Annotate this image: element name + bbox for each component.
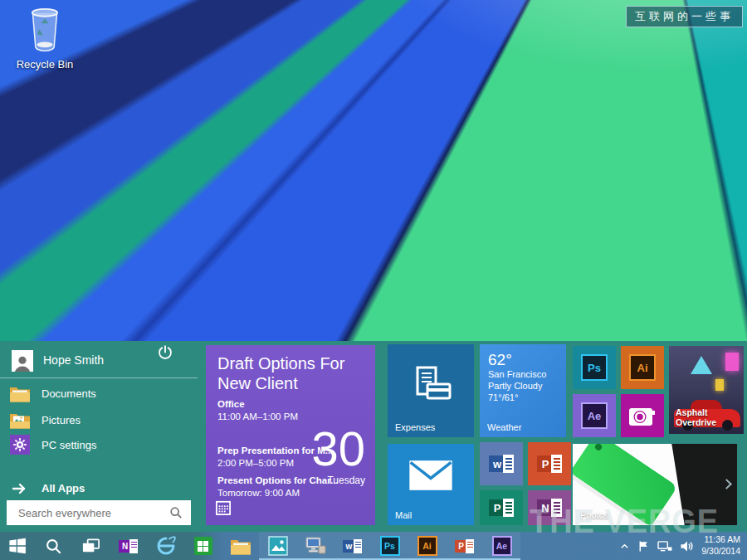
taskbar-powerpoint-button[interactable]: P <box>446 532 483 560</box>
tile-camera[interactable] <box>621 394 664 437</box>
illustrator-icon: Ai <box>629 354 656 381</box>
pictures-folder-icon <box>8 410 32 430</box>
photoshop-icon: Ps <box>581 354 608 381</box>
powerpoint-icon: P <box>537 455 562 473</box>
publisher-icon: P <box>489 499 514 517</box>
clock-date: 9/30/2014 <box>701 546 740 558</box>
taskbar-file-explorer-button[interactable] <box>222 532 259 560</box>
gear-icon <box>8 435 32 455</box>
user-avatar-icon <box>12 350 33 372</box>
date-day: Tuesday <box>311 475 365 486</box>
volume-icon[interactable] <box>680 540 694 553</box>
windows-logo-icon <box>8 537 27 555</box>
tile-label: Mail <box>395 510 412 520</box>
photos-app-icon <box>268 536 288 556</box>
search-icon <box>45 538 62 555</box>
tile-photos[interactable]: Photos <box>573 444 737 525</box>
tile-weather[interactable]: 62° San Francisco Partly Cloudy 71°/61° … <box>480 344 566 437</box>
all-apps-label: All Apps <box>42 482 85 494</box>
menu-item-pc-settings[interactable]: PC settings <box>7 434 189 457</box>
phone-camera-lens <box>594 444 603 451</box>
menu-item-pictures[interactable]: Pictures <box>7 409 189 432</box>
menu-item-label: Pictures <box>42 414 81 426</box>
neon-triangle-decor <box>691 356 712 374</box>
tile-powerpoint[interactable]: P <box>528 442 571 485</box>
store-icon <box>194 537 212 555</box>
start-button[interactable] <box>0 532 35 560</box>
neon-lamp-decor <box>715 379 724 391</box>
onenote-icon: N <box>537 499 562 517</box>
tile-asphalt-overdrive[interactable]: Asphalt Overdrive <box>669 346 744 434</box>
folder-icon <box>230 538 251 555</box>
desktop-screen: Recycle Bin 互联网的一些事 Hope Smith <box>0 0 747 560</box>
tile-label: Weather <box>487 422 521 432</box>
power-button[interactable] <box>156 343 174 362</box>
start-menu: Hope Smith Documents <box>0 341 747 532</box>
search-input[interactable] <box>7 507 169 519</box>
tile-label: Asphalt Overdrive <box>676 407 734 427</box>
menu-item-label: Documents <box>42 387 96 400</box>
event-time: Tomorrow: 9:00 AM <box>217 488 300 498</box>
aftereffects-icon: Ae <box>581 402 608 429</box>
tile-label: Expenses <box>395 422 435 432</box>
menu-divider <box>0 377 198 378</box>
taskbar-illustrator-button[interactable]: Ai <box>408 532 446 560</box>
search-box[interactable] <box>7 500 191 525</box>
date-number: 30 <box>311 425 365 473</box>
word-icon: w <box>489 455 514 473</box>
taskbar-photos-button[interactable] <box>259 532 296 560</box>
taskbar-onenote-button[interactable]: N <box>110 532 147 560</box>
weather-condition: Partly Cloudy <box>488 381 566 392</box>
neon-sign-decor <box>725 353 739 371</box>
recycle-bin-label: Recycle Bin <box>10 58 80 71</box>
calendar-icon <box>216 500 231 519</box>
tile-publisher[interactable]: P <box>480 490 523 525</box>
weather-city: San Francisco <box>488 369 566 381</box>
taskbar-photoshop-button[interactable]: Ps <box>371 532 408 560</box>
all-apps-button[interactable]: All Apps <box>7 477 189 499</box>
camera-icon <box>628 405 657 426</box>
tile-word[interactable]: w <box>480 442 523 485</box>
illustrator-icon: Ai <box>417 536 437 556</box>
calendar-event-title: Draft Options For New Client <box>217 353 362 393</box>
tile-label: Photos <box>580 510 608 520</box>
chinese-watermark: 互联网的一些事 <box>626 6 743 27</box>
clock-time: 11:36 AM <box>701 534 740 546</box>
expenses-icon <box>409 366 452 402</box>
taskbar-store-button[interactable] <box>184 532 222 560</box>
mail-envelope-icon <box>408 459 454 492</box>
weather-temp: 62° <box>488 351 566 369</box>
task-view-icon <box>81 538 100 554</box>
event-time: 2:00 PM–5:00 PM <box>217 458 294 468</box>
taskbar-clock[interactable]: 11:36 AM 9/30/2014 <box>701 534 740 557</box>
tile-mail[interactable]: Mail <box>388 444 474 525</box>
documents-folder-icon <box>8 383 32 403</box>
arrow-right-icon <box>8 479 32 499</box>
user-name: Hope Smith <box>43 353 104 367</box>
tile-aftereffects[interactable]: Ae <box>573 394 616 437</box>
taskbar-aftereffects-button[interactable]: Ae <box>483 532 520 560</box>
tile-illustrator[interactable]: Ai <box>621 346 664 389</box>
taskbar-internet-explorer-button[interactable] <box>147 532 184 560</box>
calendar-date: 30 Tuesday <box>311 425 365 486</box>
tray-chevron-up-icon[interactable] <box>619 542 630 551</box>
menu-item-documents[interactable]: Documents <box>7 382 189 406</box>
taskbar-search-button[interactable] <box>35 532 72 560</box>
taskbar-word-button[interactable]: w <box>334 532 371 560</box>
taskbar-pc-button[interactable] <box>296 532 334 560</box>
recycle-bin-icon <box>26 41 64 56</box>
computer-icon <box>305 536 326 556</box>
word-icon: w <box>343 539 362 553</box>
taskbar: N <box>0 532 747 560</box>
tile-photoshop[interactable]: Ps <box>573 346 616 389</box>
task-view-button[interactable] <box>72 532 110 560</box>
action-center-flag-icon[interactable] <box>637 540 650 553</box>
tile-onenote[interactable]: N <box>528 490 571 525</box>
onenote-icon: N <box>119 539 138 553</box>
recycle-bin-desktop-icon[interactable]: Recycle Bin <box>10 7 80 71</box>
network-icon[interactable] <box>657 540 672 553</box>
calendar-event-1: Office 11:00 AM–1:00 PM <box>217 398 298 423</box>
photoshop-icon: Ps <box>380 536 400 556</box>
tile-expenses[interactable]: Expenses <box>388 344 474 437</box>
tile-calendar[interactable]: Draft Options For New Client Office 11:0… <box>206 345 375 525</box>
